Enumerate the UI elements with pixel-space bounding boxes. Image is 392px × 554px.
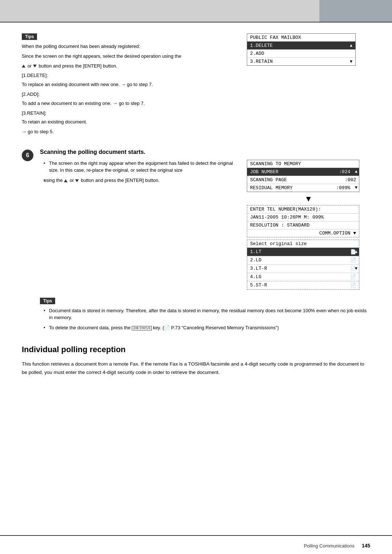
tel-row-0-text: ENTER TEL NUMBER(MAX128): (250, 207, 321, 212)
mailbox-row-1: 2.ADD (247, 50, 355, 58)
size-row-2: 3.LT-R 📄 (247, 265, 359, 273)
size-row-0-text: 1.LT (250, 249, 261, 254)
scanning-row-0: JOB NUMBER :024 (247, 168, 359, 176)
size-row-1-icon: 📄 (350, 257, 356, 263)
left-text-1: When the polling document has been alrea… (22, 43, 236, 50)
mailbox-row-0-text: 1.DELETE (250, 43, 273, 48)
tel-row-2: RESOLUTION : STANDARD (247, 221, 359, 229)
scanning-lcd-title: SCANNING TO MEMORY (247, 160, 359, 168)
step-6-lcd-col: SCANNING TO MEMORY JOB NUMBER :024 SCANN… (247, 160, 370, 292)
mailbox-row-1-text: 2.ADD (250, 51, 264, 56)
tri-up-icon-2 (64, 179, 68, 182)
size-scroll-down (355, 266, 358, 271)
step-6-button-text: button and press the [ENTER] button. (81, 178, 160, 183)
left-column: Tips When the polling document has been … (22, 33, 236, 138)
triangle-up-icon (22, 65, 25, 68)
tel-lcd: ENTER TEL NUMBER(MAX128): JAN11-2005 10:… (247, 205, 359, 237)
add-desc: To add a new document to an existing one… (22, 100, 236, 107)
footer: Polling Communications 145 (304, 543, 370, 549)
left-button-desc: or button and press the [ENTER] button. (22, 62, 236, 70)
mailbox-lcd-title: PUBLIC FAX MAILBOX (247, 34, 355, 42)
tips2-list: Document data is stored in memory. There… (40, 307, 370, 331)
step-6-number-col: 6 (22, 149, 40, 334)
step-6-screen-text1: The screen on the right may appear when … (49, 160, 233, 173)
footer-title: Polling Communications (304, 543, 354, 549)
size-scroll-up (355, 249, 358, 254)
scanning-row-1-value: :002 (345, 177, 356, 183)
mailbox-row-2: 3.RETAIN (247, 58, 355, 65)
retain-label: [3.RETAIN]: (22, 110, 236, 117)
select-size-lcd: Select original size 1.LT 📄 2.LD 📄 (247, 240, 359, 290)
size-row-1: 2.LD 📄 (247, 256, 359, 265)
top-bar (0, 0, 392, 22)
add-label: [2.ADD]: (22, 91, 236, 98)
tips2-item-0: Document data is stored in memory. There… (44, 307, 370, 321)
mailbox-lcd: PUBLIC FAX MAILBOX 1.DELETE 2.ADD 3.RETA… (247, 33, 356, 66)
top-two-col: Tips When the polling document has been … (22, 33, 370, 138)
mailbox-row-2-text: 3.RETAIN (250, 59, 273, 64)
individual-polling-title: Individual polling reception (22, 345, 370, 354)
size-row-4: 5.ST-R 📄 (247, 281, 359, 289)
step-6-bullet-2: using the or button and press the [ENTER… (44, 177, 240, 184)
retain-step: → go to step 5. (22, 128, 236, 136)
bottom-rule (0, 535, 392, 536)
page-container: Tips When the polling document has been … (0, 0, 392, 554)
scroll-up-arrow (350, 43, 352, 48)
footer-page: 145 (362, 543, 370, 549)
tips2-item-1: To delete the document data, press the J… (44, 324, 370, 331)
step-6-bullet-1: The screen on the right may appear when … (44, 160, 240, 174)
tel-row-3: COMM.OPTION ▼ (247, 229, 359, 237)
size-row-3-text: 4.LG (250, 274, 261, 280)
down-arrow-connector: ▼ (247, 194, 370, 204)
button-end-text: button and press the [ENTER] button. (38, 63, 117, 69)
scroll-down-arrow (350, 59, 352, 64)
triangle-down-icon (33, 65, 37, 68)
scanning-row-0-label: JOB NUMBER (250, 169, 278, 175)
scanning-row-2: RESIDUAL MEMORY :099% (247, 184, 359, 192)
tips-label-1: Tips (22, 33, 37, 40)
tips-section-2: Tips Document data is stored in memory. … (40, 298, 370, 331)
size-row-0: 1.LT 📄 (247, 248, 359, 256)
delete-label: [1.DELETE]: (22, 72, 236, 80)
scanning-row-1: SCANNING PAGE :002 (247, 176, 359, 184)
tel-row-1: JAN11-2005 10:26PM M: 099% (247, 213, 359, 221)
step-6-content: Scanning the polling document starts. Th… (40, 149, 370, 334)
step-6-section: 6 Scanning the polling document starts. … (22, 149, 370, 334)
size-row-3-icon: 📄 (350, 274, 356, 280)
size-row-4-text: 5.ST-R (250, 282, 267, 288)
scan-scroll-up (355, 169, 358, 174)
tel-row-1-text: JAN11-2005 10:26PM M: 099% (250, 215, 324, 220)
size-row-1-text: 2.LD (250, 257, 261, 263)
tel-row-0: ENTER TEL NUMBER(MAX128): (247, 205, 359, 213)
tri-down-icon-2 (75, 179, 79, 182)
size-row-4-icon: 📄 (350, 282, 356, 288)
size-row-3: 4.LG 📄 (247, 273, 359, 281)
job-status-icon: JOB STATUS (132, 326, 151, 330)
content-area: Tips When the polling document has been … (0, 23, 392, 410)
scan-scroll-down (355, 185, 358, 190)
mailbox-lcd-col: PUBLIC FAX MAILBOX 1.DELETE 2.ADD 3.RETA… (247, 33, 370, 138)
select-size-title: Select original size (247, 240, 359, 248)
scanning-row-2-value: :099% (336, 185, 356, 191)
scanning-row-1-label: SCANNING PAGE (250, 177, 287, 183)
mailbox-row-0: 1.DELETE (247, 42, 355, 50)
step-6-title: Scanning the polling document starts. (40, 149, 370, 155)
scanning-lcd: SCANNING TO MEMORY JOB NUMBER :024 SCANN… (247, 160, 359, 192)
size-row-2-text: 3.LT-R (250, 266, 267, 271)
individual-polling-text: This function retrieves a document from … (22, 360, 370, 377)
step-6-using-text: using the (44, 178, 64, 183)
step-6-two-col: The screen on the right may appear when … (40, 160, 370, 292)
tel-row-3-text: COMM.OPTION ▼ (319, 231, 356, 236)
left-text-2: Since the screen on the right appears, s… (22, 53, 236, 60)
step-6-or-text: or (70, 178, 75, 183)
tips-label-2: Tips (40, 298, 55, 304)
scanning-row-2-label: RESIDUAL MEMORY (250, 185, 293, 191)
scanning-row-0-value: :024 (339, 169, 356, 175)
retain-desc: To retain an existing document. (22, 118, 236, 126)
tel-row-2-text: RESOLUTION : STANDARD (250, 223, 310, 228)
step-6-bullets: The screen on the right may appear when … (40, 160, 240, 184)
individual-polling-section: Individual polling reception This functi… (22, 345, 370, 377)
top-bar-accent (319, 0, 392, 22)
or-text: or (28, 63, 32, 69)
step-6-circle: 6 (22, 150, 33, 161)
